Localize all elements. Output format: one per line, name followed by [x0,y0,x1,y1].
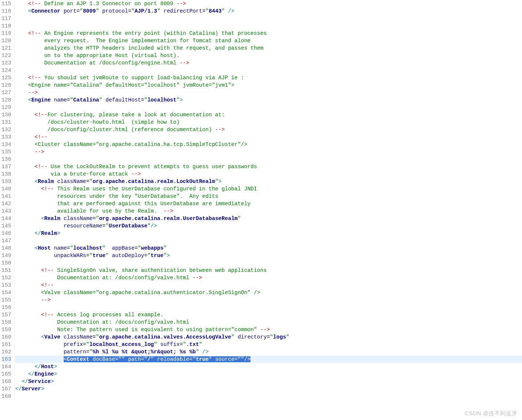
line-number: 134 [1,141,11,148]
code-line[interactable]: unpackWARs="true" autoDeploy="true"> [15,252,522,259]
code-line[interactable]: <!-- You should set jvmRoute to support … [15,74,522,81]
line-number: 145 [1,222,11,230]
code-line[interactable] [15,304,522,311]
line-number: 121 [1,44,11,52]
code-line[interactable]: Note: The pattern used is equivalent to … [15,326,522,333]
line-number: 141 [1,193,11,200]
line-number: 136 [1,156,11,163]
line-number-gutter: 1151161171181191201211221231241251261271… [0,0,14,400]
code-line[interactable]: resourceName="UserDatabase"/> [15,222,522,230]
line-number: 162 [1,348,11,356]
code-line[interactable]: <Engine name="Catalina" defaultHost="loc… [15,81,522,89]
line-number: 157 [1,311,11,319]
line-number: 130 [1,111,11,119]
line-number: 154 [1,289,11,296]
code-line[interactable]: <!-- This Realm uses the UserDatabase co… [15,185,522,193]
line-number: 142 [1,200,11,207]
line-number: 165 [1,370,11,378]
line-number: 128 [1,96,11,104]
code-line[interactable]: </Host> [15,363,522,370]
code-line[interactable]: <!--For clustering, please take a look a… [15,111,522,119]
line-number: 164 [1,363,11,370]
code-line[interactable]: <Cluster className="org.apache.catalina.… [15,141,522,148]
line-number: 151 [1,267,11,274]
line-number: 148 [1,244,11,252]
code-line[interactable]: --> [15,89,522,96]
line-number: 144 [1,215,11,222]
code-line[interactable]: Documentation at: /docs/config/valve.htm… [15,274,522,281]
line-number: 118 [1,22,11,30]
code-line[interactable] [15,104,522,111]
line-number: 143 [1,207,11,215]
code-line[interactable]: </Realm> [15,230,522,237]
line-number: 135 [1,148,11,156]
code-line[interactable]: --> [15,148,522,156]
code-line[interactable]: <Connector port="8009" protocol="AJP/1.3… [15,7,522,15]
line-number: 159 [1,326,11,333]
code-line[interactable]: --> [15,296,522,304]
code-line[interactable] [15,67,522,74]
line-number: 163 [1,356,11,363]
code-line[interactable]: <Valve className="org.apache.catalina.va… [15,333,522,341]
line-number: 160 [1,333,11,341]
line-number: 146 [1,230,11,237]
line-number: 125 [1,74,11,81]
code-line[interactable]: Documentation at: /docs/config/valve.htm… [15,319,522,326]
line-number: 129 [1,104,11,111]
code-line[interactable]: <!-- Use the LockOutRealm to prevent att… [15,163,522,170]
line-number: 117 [1,15,11,22]
code-line[interactable]: <!-- Define an AJP 1.3 Connector on port… [15,0,522,7]
line-number: 116 [1,7,11,15]
code-line[interactable] [15,237,522,244]
code-line[interactable]: via a brute-force attack --> [15,170,522,178]
code-line[interactable]: /docs/config/cluster.html (reference doc… [15,126,522,133]
code-line[interactable]: resources under the key "UserDatabase". … [15,193,522,200]
line-number: 119 [1,30,11,37]
code-line[interactable]: prefix="localhost_access_log" suffix=".t… [15,341,522,348]
code-line[interactable]: /docs/cluster-howto.html (simple how to) [15,119,522,126]
line-number: 150 [1,259,11,267]
code-line[interactable]: available for use by the Realm. --> [15,207,522,215]
code-line[interactable]: <Engine name="Catalina" defaultHost="loc… [15,96,522,104]
line-number: 133 [1,133,11,141]
code-line[interactable]: </Engine> [15,370,522,378]
code-line[interactable] [15,393,522,400]
line-number: 147 [1,237,11,244]
code-line[interactable]: that are performed against this UserData… [15,200,522,207]
line-number: 127 [1,89,11,96]
code-line[interactable]: pattern="%h %l %u %t &quot;%r&quot; %s %… [15,348,522,356]
code-line[interactable]: <!-- [15,281,522,289]
code-content[interactable]: <!-- Define an AJP 1.3 Connector on port… [14,0,522,400]
line-number: 158 [1,319,11,326]
line-number: 120 [1,37,11,44]
line-number: 132 [1,126,11,133]
code-line[interactable]: <Context docBase="" path="/" reloadable=… [15,356,522,363]
code-line[interactable] [15,259,522,267]
line-number: 149 [1,252,11,259]
line-number: 139 [1,178,11,185]
line-number: 167 [1,385,11,393]
code-line[interactable] [15,15,522,22]
code-line[interactable]: every request. The Engine implementation… [15,37,522,44]
code-line[interactable] [15,156,522,163]
code-line[interactable]: </Service> [15,378,522,385]
code-line[interactable]: analyzes the HTTP headers included with … [15,44,522,52]
code-line[interactable]: Documentation at /docs/config/engine.htm… [15,59,522,67]
code-line[interactable]: <!-- Access log processes all example. [15,311,522,319]
code-line[interactable]: <Valve className="org.apache.catalina.au… [15,289,522,296]
code-line[interactable]: <Realm className="org.apache.catalina.re… [15,178,522,185]
line-number: 153 [1,281,11,289]
code-line[interactable]: <!-- SingleSignOn valve, share authentic… [15,267,522,274]
code-line[interactable]: <Host name="localhost" appBase="webapps" [15,244,522,252]
line-number: 123 [1,59,11,67]
line-number: 137 [1,163,11,170]
line-number: 124 [1,67,11,74]
code-line[interactable]: <!-- [15,133,522,141]
code-line[interactable]: <Realm className="org.apache.catalina.re… [15,215,522,222]
code-line[interactable]: on to the appropriate Host (virtual host… [15,52,522,59]
code-line[interactable]: <!-- An Engine represents the entry poin… [15,30,522,37]
line-number: 156 [1,304,11,311]
line-number: 138 [1,170,11,178]
code-line[interactable] [15,22,522,30]
code-line[interactable]: </Server> [15,385,522,393]
